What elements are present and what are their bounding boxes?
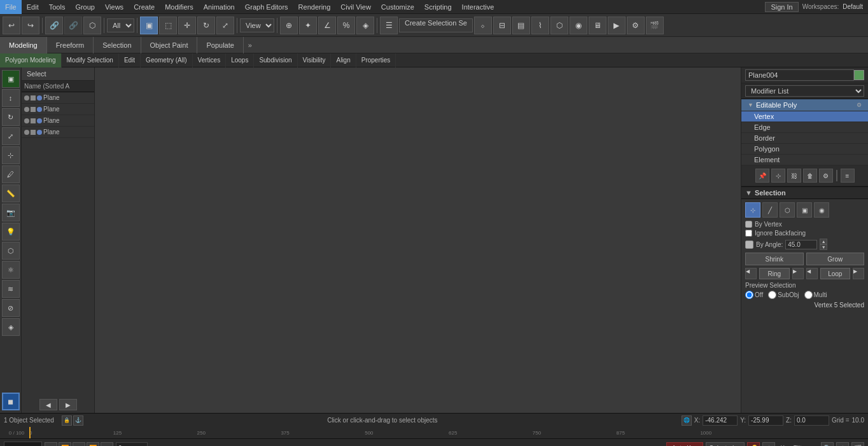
tool-active-view[interactable]: ◼ (2, 393, 20, 410)
modifier-options-icon[interactable]: ⚙ (857, 102, 862, 108)
modifier-list-dropdown[interactable]: Modifier List (745, 85, 864, 97)
timeline-playhead[interactable] (29, 427, 31, 438)
timeline-scroll[interactable]: 0 125 250 375 500 625 750 875 1000 (29, 427, 868, 438)
y-field[interactable] (748, 415, 783, 426)
sel-polygon-btn[interactable]: ▣ (797, 202, 812, 218)
play-next-btn[interactable]: ⏩ (87, 442, 99, 447)
tool-rotate[interactable]: ↻ (2, 108, 20, 126)
tool-scale[interactable]: ⤢ (2, 127, 20, 145)
angle-spin-up[interactable]: ▲ (820, 239, 827, 244)
subtab-more-button[interactable]: » (244, 41, 256, 49)
tab-selection[interactable]: Selection (94, 37, 141, 53)
status-icon-1[interactable]: 🔒 (62, 415, 72, 426)
menu-civil-view[interactable]: Civil View (335, 0, 375, 14)
preview-multi-radio[interactable] (804, 291, 813, 299)
modifier-element[interactable]: Element (741, 155, 868, 165)
tool-select[interactable]: ▣ (2, 70, 20, 88)
select-scale-button[interactable]: ⤢ (216, 17, 234, 34)
rp-tool-delete[interactable]: 🗑 (803, 169, 817, 183)
modifier-polygon[interactable]: Polygon (741, 144, 868, 155)
rp-tool-settings[interactable]: ⚙ (819, 169, 833, 183)
tool-light[interactable]: 💡 (2, 223, 20, 240)
unlink-button[interactable]: 🔗 (64, 17, 82, 34)
tab-modeling[interactable]: Modeling (0, 37, 47, 53)
rp-tool-cursor[interactable]: ⊹ (771, 169, 785, 183)
pivot-button[interactable]: ⊕ (280, 17, 298, 34)
select-move-button[interactable]: ✛ (178, 17, 196, 34)
coord-icon[interactable]: 🌐 (682, 415, 692, 426)
sel-element-btn[interactable]: ◉ (814, 202, 829, 218)
grow-button[interactable]: Grow (806, 253, 865, 265)
menu-animation[interactable]: Animation (199, 0, 240, 14)
maxscript-input[interactable] (4, 442, 42, 447)
link-button[interactable]: 🔗 (45, 17, 63, 34)
play-prev-btn[interactable]: ⏪ (59, 442, 71, 447)
tool-move[interactable]: ↕ (2, 89, 20, 107)
menu-create[interactable]: Create (129, 0, 160, 14)
object-row-2[interactable]: Plane (22, 104, 94, 115)
obj-name-3[interactable]: Plane (43, 117, 60, 124)
auto-key-button[interactable]: Auto Key (666, 442, 704, 447)
workspaces-value[interactable]: Default (843, 3, 863, 10)
mirror-button[interactable]: ⬦ (474, 17, 492, 34)
loop-button[interactable]: Loop (820, 268, 851, 279)
by-angle-field[interactable] (785, 240, 817, 249)
ring-button[interactable]: Ring (759, 268, 790, 279)
obj-list-prev[interactable]: ◀ (39, 399, 57, 410)
ring-inc-btn[interactable]: ▶ (792, 268, 804, 279)
select-rotate-button[interactable]: ↻ (197, 17, 215, 34)
key-mode-btn[interactable]: ⚙ (762, 442, 775, 447)
percent-snap-button[interactable]: % (337, 17, 355, 34)
preview-off-radio[interactable] (745, 291, 753, 299)
menu-file[interactable]: File (0, 0, 22, 14)
create-selection-button[interactable]: Create Selection Se (399, 18, 473, 32)
extras-btn1[interactable]: ⚙ (836, 442, 849, 447)
tool-extra1[interactable]: ≋ (2, 280, 20, 298)
polytab-polygon-modeling[interactable]: Polygon Modeling (0, 53, 62, 67)
eye-icon-1[interactable] (24, 95, 29, 101)
obj-name-4[interactable]: Plane (43, 129, 60, 136)
shrink-button[interactable]: Shrink (745, 253, 804, 265)
redo-button[interactable]: ↪ (22, 17, 39, 34)
menu-interactive[interactable]: Interactive (457, 0, 500, 14)
bind-button[interactable]: ⬡ (83, 17, 101, 34)
rp-tool-extra[interactable]: ≡ (841, 169, 855, 183)
eye-icon-3[interactable] (24, 118, 29, 123)
selection-filter-dropdown[interactable]: All (107, 18, 134, 32)
tool-paint[interactable]: 🖊 (2, 165, 20, 183)
modifier-edge[interactable]: Edge (741, 122, 868, 133)
polytab-modify-selection[interactable]: Modify Selection (62, 53, 119, 67)
menu-group[interactable]: Group (70, 0, 100, 14)
polytab-vertices[interactable]: Vertices (193, 53, 227, 67)
tool-camera[interactable]: 📷 (2, 204, 20, 221)
sel-vertex-btn[interactable]: ⊹ (745, 202, 760, 218)
tab-freeform[interactable]: Freeform (47, 37, 94, 53)
loop-dec-btn[interactable]: ◀ (806, 268, 818, 279)
sel-border-btn[interactable]: ⬡ (780, 202, 795, 218)
selection-section-header[interactable]: ▼ Selection (741, 186, 868, 199)
menu-views[interactable]: Views (100, 0, 129, 14)
play-first-btn[interactable]: ⏮ (45, 442, 57, 447)
object-name-field[interactable] (745, 69, 854, 81)
select-region-button[interactable]: ⬚ (159, 17, 177, 34)
lock-icon-4[interactable] (31, 130, 36, 135)
by-vertex-checkbox[interactable] (745, 221, 752, 228)
tool-reactor[interactable]: ⚛ (2, 261, 20, 279)
preview-subobj-radio[interactable] (768, 291, 776, 299)
ring-dec-btn[interactable]: ◀ (745, 268, 757, 279)
animate-button[interactable]: 🎬 (646, 17, 664, 34)
polytab-properties[interactable]: Properties (356, 53, 396, 67)
loop-inc-btn[interactable]: ▶ (853, 268, 864, 279)
rp-tool-chain[interactable]: ⛓ (787, 169, 801, 183)
angle-snap-button[interactable]: ∠ (318, 17, 336, 34)
menu-modifiers[interactable]: Modifiers (160, 0, 199, 14)
selected-dropdown[interactable]: Selected (706, 442, 745, 447)
snap-button[interactable]: ✦ (299, 17, 317, 34)
polytab-geometry-all[interactable]: Geometry (All) (141, 53, 192, 67)
obj-name-2[interactable]: Plane (43, 106, 60, 113)
search-btn[interactable]: 🔍 (821, 442, 834, 447)
modifier-vertex[interactable]: Vertex (741, 111, 868, 122)
preview-multi-label[interactable]: Multi (804, 291, 827, 299)
object-color-swatch[interactable] (854, 70, 864, 80)
angle-spin-down[interactable]: ▼ (820, 244, 827, 250)
